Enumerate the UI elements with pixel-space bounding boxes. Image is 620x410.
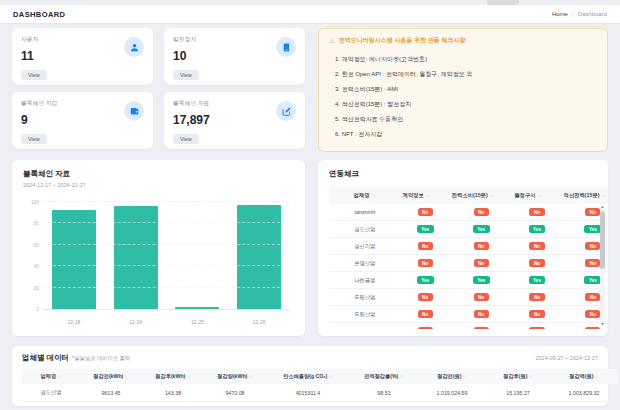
view-generators-button[interactable]: View <box>173 70 199 80</box>
sync-status-cell: No <box>450 306 513 323</box>
sort-icon: ↑↓ <box>399 374 403 379</box>
stat-card-blockchain-wallets: 블록체인 지갑 9 View <box>12 92 153 149</box>
sync-table-row[interactable]: 문영산업NoNoNoNoNo <box>329 255 608 272</box>
status-badge: No <box>474 242 489 250</box>
status-badge: Yes <box>417 276 434 284</box>
scrollbar-thumb[interactable] <box>600 211 605 269</box>
status-badge: No <box>585 259 600 267</box>
chart-gridline <box>43 244 290 245</box>
company-data-cell: 경도산업 <box>22 384 80 402</box>
user-icon <box>124 37 144 57</box>
status-badge: No <box>529 310 544 318</box>
sync-table-row[interactable]: tarominhNoNoNoNoNo <box>329 204 608 221</box>
sync-column-header[interactable]: 전력소비(15분)↑↓ <box>450 187 513 204</box>
company-column-header[interactable]: 절감전(kWh)↑↓ <box>80 369 142 384</box>
chart-x-axis-labels: 12-1812-2412-2512-26 <box>43 314 290 326</box>
company-column-header[interactable]: 절감후(원)↑↓ <box>486 369 550 384</box>
status-badge: No <box>474 259 489 267</box>
notice-item: 3. 전력소비(15분) : AMI <box>329 82 597 97</box>
company-name: tarominh <box>329 204 401 221</box>
breadcrumb-home-link[interactable]: Home <box>552 11 568 17</box>
company-name: 박종연 <box>329 323 401 330</box>
status-badge: No <box>529 293 544 301</box>
edit-icon <box>276 101 296 121</box>
sync-table-row[interactable]: 드림산업NoNoNoNoNo <box>329 306 608 323</box>
sync-column-header[interactable]: 업체명↑↓ <box>329 187 401 204</box>
notice-item: 5. 적산전력자료 수동확인 <box>329 112 597 127</box>
status-badge: Yes <box>529 276 546 284</box>
company-data-cell: 98.51 <box>350 384 418 402</box>
sort-icon: ↑↓ <box>538 193 543 198</box>
sort-icon: ↑↓ <box>124 374 128 379</box>
company-column-header[interactable]: 절감후(kWh)↑↓ <box>142 369 204 384</box>
chart-y-tick-label: 60 <box>23 243 39 248</box>
sync-table-row[interactable]: 경신기업NoNoNoNoNo <box>329 238 608 255</box>
sync-table-row[interactable]: 박종연NoNoNoNoNo <box>329 323 608 330</box>
status-badge: Yes <box>473 225 490 233</box>
view-records-button[interactable]: View <box>173 134 199 144</box>
status-badge: Yes <box>584 225 601 233</box>
chart-bar[interactable] <box>175 307 219 309</box>
view-users-button[interactable]: View <box>21 70 47 80</box>
sync-status-cell: No <box>401 204 450 221</box>
scroll-down-icon[interactable]: ▼ <box>600 322 605 327</box>
sort-icon: ↑↓ <box>528 374 532 379</box>
company-column-header[interactable]: 절감량(kWh)↑↓ <box>204 369 266 384</box>
chart-x-tick-label: 12-26 <box>228 314 290 326</box>
sync-check-table: 업체명↑↓계약정보↑↓전력소비(15분)↑↓월청구서↑↓적산전력(15분)↑↓N… <box>329 187 608 329</box>
stat-card-blockchain-records: 블록체인 자료 17,897 View <box>164 92 305 149</box>
company-data-table: 업체명↑↓절감전(kWh)↑↓절감후(kWh)↑↓절감량(kWh)↑↓탄소배출량… <box>22 369 618 402</box>
sort-icon: ↑↓ <box>186 374 190 379</box>
status-badge: No <box>585 242 600 250</box>
chart-y-tick-label: 80 <box>23 221 39 226</box>
company-column-header[interactable]: 절감액(원)↑↓ <box>550 369 618 384</box>
breadcrumb: Home › Dashboard <box>552 11 607 17</box>
chart-bar[interactable] <box>237 205 281 309</box>
scroll-up-icon[interactable]: ▲ <box>600 205 605 210</box>
status-badge: No <box>418 208 433 216</box>
sync-status-cell: No <box>450 204 513 221</box>
chart-gridline <box>43 222 290 223</box>
sync-status-cell: No <box>401 255 450 272</box>
status-badge: No <box>529 259 544 267</box>
sync-status-cell: Yes <box>450 272 513 289</box>
company-data-cell: 9470.08 <box>204 384 266 402</box>
company-column-header[interactable]: 전력절감률(%)↑↓ <box>350 369 418 384</box>
company-name: 드림산업 <box>329 289 401 306</box>
sync-table-row[interactable]: 나린금정YesYesYesYesNo <box>329 272 608 289</box>
sync-table-row[interactable]: 경도산업YesYesYesYesNo <box>329 221 608 238</box>
status-badge: No <box>474 310 489 318</box>
company-column-header[interactable]: 절감전(원)↑↓ <box>418 369 486 384</box>
sync-status-cell: No <box>512 204 561 221</box>
company-column-header[interactable]: 업체명↑↓ <box>22 369 80 384</box>
chart-title: 블록체인 자료 <box>23 169 294 179</box>
sort-icon: ↑↓ <box>328 374 332 379</box>
sync-table-row[interactable]: 드림산업NoNoNoNoNo <box>329 289 608 306</box>
sync-status-cell: No <box>401 323 450 330</box>
status-badge: No <box>529 327 544 329</box>
stat-card-users: 사용자 11 View <box>12 28 153 85</box>
sync-status-cell: No <box>401 289 450 306</box>
company-column-header[interactable]: 탄소배출량(g CO₂)↑↓ <box>266 369 350 384</box>
notice-header: ⚠ 전력모니터링시스템 사용을 위한 연동 체크사항 <box>329 36 597 45</box>
status-badge: No <box>529 208 544 216</box>
company-data-cell: 4015311.4 <box>266 384 350 402</box>
sync-column-header[interactable]: 계약정보↑↓ <box>401 187 450 204</box>
company-data-cell: 15,195.27 <box>486 384 550 402</box>
company-table-row[interactable]: 경도산업9613.45143.389470.084015311.498.511,… <box>22 384 618 402</box>
view-wallets-button[interactable]: View <box>21 134 47 144</box>
sort-icon: ↑↓ <box>57 374 61 379</box>
company-data-cell: 9613.45 <box>80 384 142 402</box>
company-table-subtitle: *일일평균 데이터로 출력 <box>72 355 130 362</box>
sync-status-cell: No <box>450 238 513 255</box>
sync-column-header[interactable]: 월청구서↑↓ <box>512 187 561 204</box>
chart-bar[interactable] <box>52 210 96 310</box>
sync-status-cell: No <box>512 289 561 306</box>
vertical-scrollbar[interactable]: ▲ ▼ <box>600 205 605 327</box>
sync-status-cell: No <box>512 238 561 255</box>
chart-x-tick-label: 12-18 <box>43 314 105 326</box>
chart-gridline <box>43 265 290 266</box>
chart-y-tick-label: 100 <box>23 200 39 205</box>
sync-status-cell: No <box>450 255 513 272</box>
sync-column-header[interactable]: 적산전력(15분)↑↓ <box>562 187 608 204</box>
